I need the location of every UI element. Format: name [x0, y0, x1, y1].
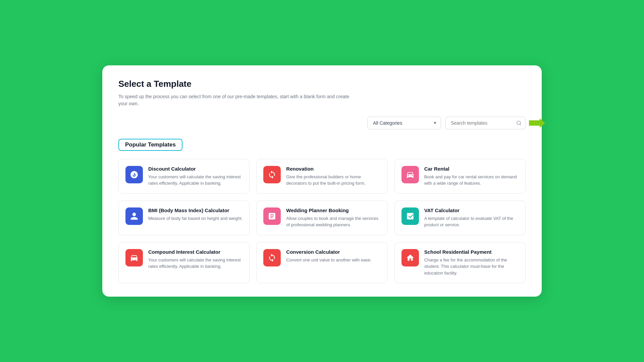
- template-info: Car Rental Book and pay for car rental s…: [424, 166, 519, 187]
- search-button[interactable]: [516, 120, 522, 126]
- category-select-wrapper: All Categories Finance Health Real Estat…: [367, 117, 441, 129]
- template-info: Compound Interest Calculator Your custom…: [148, 249, 243, 270]
- template-info: Renovation Give the professional builder…: [286, 166, 380, 187]
- template-desc: Allow couples to book and manage the ser…: [286, 215, 380, 228]
- template-desc: Measure of body fat based on height and …: [148, 215, 243, 222]
- modal-subtitle: To speed up the process you can select f…: [118, 93, 353, 107]
- search-wrapper: [445, 117, 526, 129]
- template-icon: [401, 249, 419, 266]
- template-card[interactable]: Conversion Calculator Convert one unit v…: [256, 242, 387, 284]
- template-desc: A template of calculator to evaluate VAT…: [424, 215, 519, 228]
- template-icon: [401, 166, 419, 183]
- select-template-modal: Select a Template To speed up the proces…: [102, 65, 542, 297]
- template-name: Car Rental: [424, 166, 519, 172]
- controls-right: All Categories Finance Health Real Estat…: [367, 117, 526, 129]
- template-info: BMI (Body Mass Index) Calculator Measure…: [148, 207, 243, 222]
- template-desc: Your customers will calculate the saving…: [148, 257, 243, 270]
- template-name: BMI (Body Mass Index) Calculator: [148, 207, 243, 213]
- template-card[interactable]: Car Rental Book and pay for car rental s…: [394, 159, 526, 194]
- template-desc: Book and pay for car rental services on …: [424, 174, 519, 187]
- template-info: Conversion Calculator Convert one unit v…: [286, 249, 371, 263]
- template-name: Compound Interest Calculator: [148, 249, 243, 255]
- templates-grid: Discount Calculator Your customers will …: [118, 159, 526, 284]
- template-info: Discount Calculator Your customers will …: [148, 166, 243, 187]
- template-name: Renovation: [286, 166, 380, 172]
- arrow-indicator: [529, 118, 545, 128]
- template-name: VAT Calculator: [424, 207, 519, 213]
- template-card[interactable]: Wedding Planner Booking Allow couples to…: [256, 200, 387, 235]
- template-icon: [401, 207, 419, 225]
- template-info: VAT Calculator A template of calculator …: [424, 207, 519, 228]
- template-name: Wedding Planner Booking: [286, 207, 380, 213]
- category-select[interactable]: All Categories Finance Health Real Estat…: [367, 117, 441, 129]
- template-card[interactable]: Discount Calculator Your customers will …: [118, 159, 250, 194]
- template-icon: [125, 166, 143, 183]
- template-desc: Charge a fee for the accommodation of th…: [424, 257, 519, 277]
- template-card[interactable]: Compound Interest Calculator Your custom…: [118, 242, 250, 284]
- popular-templates-tag: Popular Templates: [118, 139, 182, 151]
- template-icon: [125, 207, 143, 225]
- template-icon: [263, 207, 281, 225]
- svg-line-1: [520, 124, 521, 125]
- template-info: School Residential Payment Charge a fee …: [424, 249, 519, 277]
- template-name: Conversion Calculator: [286, 249, 371, 255]
- template-card[interactable]: VAT Calculator A template of calculator …: [394, 200, 526, 235]
- template-info: Wedding Planner Booking Allow couples to…: [286, 207, 380, 228]
- top-controls: All Categories Finance Health Real Estat…: [118, 117, 526, 129]
- svg-marker-2: [529, 118, 545, 128]
- template-name: School Residential Payment: [424, 249, 519, 255]
- template-icon: [125, 249, 143, 266]
- template-desc: Convert one unit value to another with e…: [286, 257, 371, 263]
- template-name: Discount Calculator: [148, 166, 243, 172]
- modal-title: Select a Template: [118, 79, 526, 89]
- template-card[interactable]: School Residential Payment Charge a fee …: [394, 242, 526, 284]
- search-icon: [516, 120, 522, 126]
- template-card[interactable]: Renovation Give the professional builder…: [256, 159, 387, 194]
- template-icon: [263, 249, 281, 266]
- template-desc: Give the professional builders or home d…: [286, 174, 380, 187]
- template-card[interactable]: BMI (Body Mass Index) Calculator Measure…: [118, 200, 250, 235]
- template-desc: Your customers will calculate the saving…: [148, 174, 243, 187]
- template-icon: [263, 166, 281, 183]
- search-input[interactable]: [445, 117, 526, 129]
